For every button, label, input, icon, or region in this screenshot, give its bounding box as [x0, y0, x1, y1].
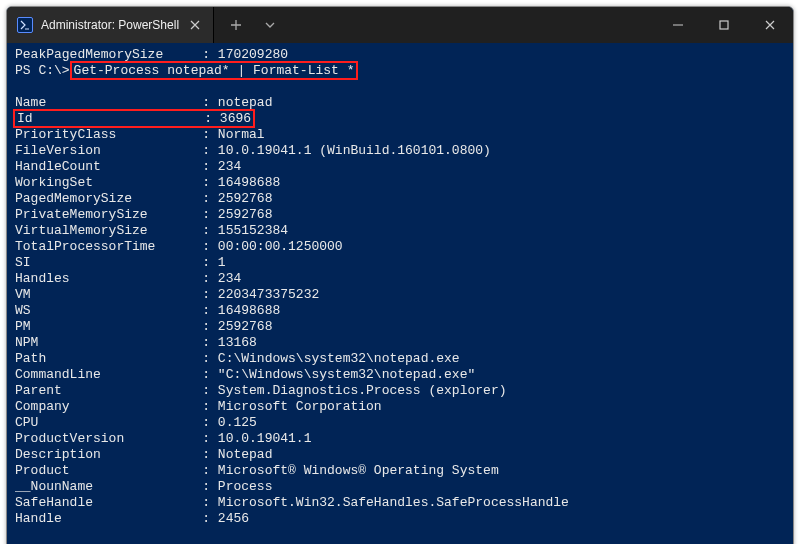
- tab-dropdown-button[interactable]: [256, 11, 284, 39]
- titlebar: Administrator: PowerShell: [7, 7, 793, 43]
- property-row: Id : 3696: [15, 111, 785, 127]
- property-row: PriorityClass : Normal: [15, 127, 785, 143]
- svg-rect-0: [720, 21, 728, 29]
- property-row: WS : 16498688: [15, 303, 785, 319]
- property-row: Description : Notepad: [15, 447, 785, 463]
- app-window: Administrator: PowerShell: [6, 6, 794, 544]
- prompt: PS C:\>: [15, 63, 70, 78]
- property-row: Company : Microsoft Corporation: [15, 399, 785, 415]
- property-row: PagedMemorySize : 2592768: [15, 191, 785, 207]
- powershell-icon: [17, 17, 33, 33]
- property-row: TotalProcessorTime : 00:00:00.1250000: [15, 239, 785, 255]
- property-row: CommandLine : "C:\Windows\system32\notep…: [15, 367, 785, 383]
- property-row: WorkingSet : 16498688: [15, 175, 785, 191]
- property-row: Path : C:\Windows\system32\notepad.exe: [15, 351, 785, 367]
- terminal[interactable]: PeakPagedMemorySize : 170209280PS C:\>Ge…: [7, 43, 793, 544]
- property-row: VM : 2203473375232: [15, 287, 785, 303]
- property-row: CPU : 0.125: [15, 415, 785, 431]
- highlight-command: Get-Process notepad* | Format-List *: [70, 61, 359, 80]
- property-row: PM : 2592768: [15, 319, 785, 335]
- property-row: PrivateMemorySize : 2592768: [15, 207, 785, 223]
- property-row: Handle : 2456: [15, 511, 785, 527]
- property-row: Parent : System.Diagnostics.Process (exp…: [15, 383, 785, 399]
- minimize-button[interactable]: [655, 7, 701, 43]
- property-row: VirtualMemorySize : 155152384: [15, 223, 785, 239]
- maximize-button[interactable]: [701, 7, 747, 43]
- window-controls: [655, 7, 793, 43]
- tab-controls: [214, 11, 292, 39]
- blank-line: [15, 79, 785, 95]
- highlight-box-id: Id : 3696: [13, 109, 255, 128]
- property-row: SafeHandle : Microsoft.Win32.SafeHandles…: [15, 495, 785, 511]
- close-window-button[interactable]: [747, 7, 793, 43]
- property-row: NPM : 13168: [15, 335, 785, 351]
- property-row: FileVersion : 10.0.19041.1 (WinBuild.160…: [15, 143, 785, 159]
- property-row: ProductVersion : 10.0.19041.1: [15, 431, 785, 447]
- property-row: SI : 1: [15, 255, 785, 271]
- tab-title: Administrator: PowerShell: [41, 18, 179, 32]
- tab-powershell[interactable]: Administrator: PowerShell: [7, 7, 214, 43]
- prompt-line: PS C:\>Get-Process notepad* | Format-Lis…: [15, 63, 785, 79]
- new-tab-button[interactable]: [222, 11, 250, 39]
- property-row: HandleCount : 234: [15, 159, 785, 175]
- property-row: Handles : 234: [15, 271, 785, 287]
- property-row: __NounName : Process: [15, 479, 785, 495]
- property-row: Product : Microsoft® Windows® Operating …: [15, 463, 785, 479]
- close-icon[interactable]: [187, 17, 203, 33]
